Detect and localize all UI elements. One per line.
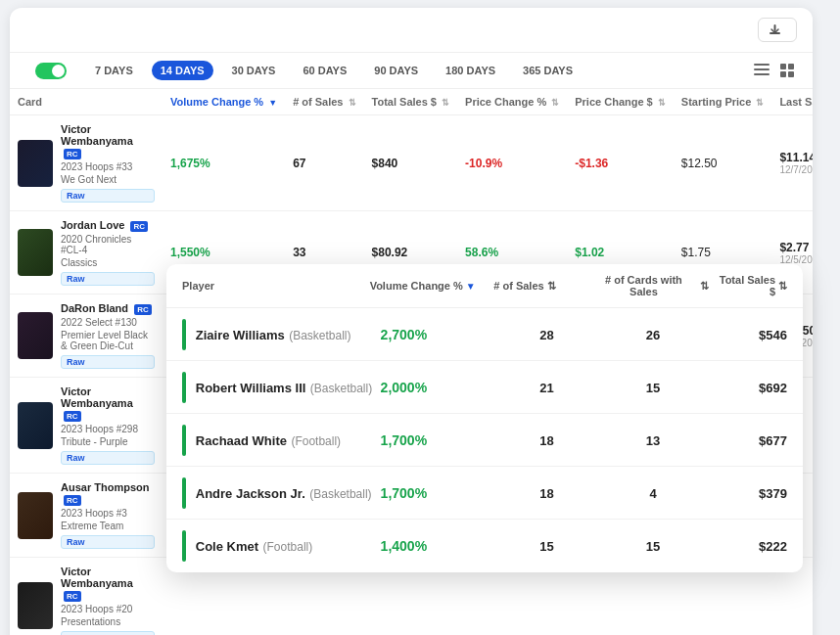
overlay-player-name[interactable]: Rachaad White (Football): [196, 431, 381, 449]
col-total-sales[interactable]: Total Sales $ ⇅: [364, 89, 458, 115]
overlay-sort-cards: ⇅: [700, 280, 709, 293]
cell-card: Victor Wembanyama RC 2023 Hoops #20 Pres…: [10, 558, 163, 636]
player-overlay: Player Volume Change % ▼ # of Sales ⇅ # …: [166, 264, 803, 572]
toggle-switch[interactable]: [35, 63, 67, 79]
col-vol-change[interactable]: Volume Change % ▼: [163, 89, 285, 115]
overlay-player-name[interactable]: Robert Williams III (Basketball): [196, 379, 381, 396]
overlay-cards-sales: 4: [593, 484, 714, 502]
table-row: Victor Wembanyama RC 2023 Hoops #33 We G…: [10, 115, 813, 211]
raw-badge: Raw: [61, 631, 155, 635]
grid-view-icon[interactable]: [777, 61, 797, 80]
raw-badge: Raw: [61, 272, 155, 286]
rc-badge: RC: [64, 411, 81, 422]
overlay-col-total[interactable]: Total Sales $ ⇅: [715, 274, 787, 297]
card-thumbnail: [18, 229, 53, 276]
overlay-vol-change: 1,400%: [381, 537, 501, 555]
price-pct-value: 58.6%: [465, 246, 498, 259]
raw-badge: Raw: [61, 535, 155, 549]
raw-badge: Raw: [61, 355, 155, 369]
col-price-dollar[interactable]: Price Change $ ⇅: [567, 89, 674, 115]
header: [10, 8, 813, 53]
overlay-vol-change: 1,700%: [381, 431, 501, 449]
overlay-sales: 18: [500, 484, 592, 502]
col-sales[interactable]: # of Sales ⇅: [285, 89, 363, 115]
svg-rect-2: [754, 64, 770, 66]
raw-badge: Raw: [61, 189, 155, 203]
svg-rect-4: [754, 73, 770, 75]
view-icons: [752, 61, 797, 80]
card-player-name: Victor Wembanyama RC: [61, 123, 155, 159]
green-bar: [182, 477, 186, 509]
overlay-row: Cole Kmet (Football) 1,400% 15 15 $222: [166, 520, 803, 572]
overlay-row: Andre Jackson Jr. (Basketball) 1,700% 18…: [166, 467, 803, 520]
vol-change-value: 1,675%: [170, 157, 210, 170]
overlay-sales: 28: [500, 326, 592, 343]
overlay-player-name[interactable]: Andre Jackson Jr. (Basketball): [196, 484, 381, 502]
last-sale-value: $2.77: [779, 241, 813, 254]
price-dollar-value: $1.02: [575, 246, 604, 259]
download-button[interactable]: [758, 18, 797, 42]
overlay-sales: 18: [500, 431, 592, 449]
day-60[interactable]: 60 DAYS: [294, 61, 355, 80]
day-365[interactable]: 365 DAYS: [514, 61, 582, 80]
vol-change-value: 1,550%: [170, 246, 210, 259]
cell-price-dollar: -$1.36: [567, 115, 674, 211]
card-thumbnail: [18, 312, 53, 359]
overlay-total-sales: $222: [713, 537, 787, 555]
cell-card: Victor Wembanyama RC 2023 Hoops #33 We G…: [10, 115, 163, 211]
green-bar: [182, 530, 186, 562]
overlay-col-cards-sales[interactable]: # of Cards with Sales ⇅: [590, 274, 709, 297]
list-view-icon[interactable]: [752, 61, 771, 80]
download-icon: [769, 23, 781, 36]
last-sale-date: 12/7/2023: [779, 164, 813, 175]
svg-rect-7: [780, 71, 786, 77]
cell-card: Jordan Love RC 2020 Chronicles #CL-4 Cla…: [10, 211, 163, 295]
day-90[interactable]: 90 DAYS: [365, 61, 427, 80]
card-thumbnail: [18, 140, 53, 187]
green-bar: [182, 319, 186, 350]
col-starting[interactable]: Starting Price ⇅: [674, 89, 772, 115]
overlay-vol-change: 2,700%: [381, 326, 501, 343]
sort-price-pct-icon: ⇅: [551, 98, 559, 108]
card-thumbnail: [18, 582, 53, 629]
overlay-sales: 21: [500, 379, 592, 396]
overlay-vol-change: 2,000%: [381, 379, 501, 396]
overlay-cards-sales: 26: [593, 326, 714, 343]
svg-rect-6: [788, 64, 794, 69]
col-price-pct[interactable]: Price Change % ⇅: [457, 89, 567, 115]
card-player-name: DaRon Bland RC: [61, 302, 155, 315]
day-14[interactable]: 14 DAYS: [152, 61, 213, 80]
sort-total-icon: ⇅: [442, 98, 449, 108]
overlay-col-player: Player: [182, 280, 364, 292]
overlay-cards-sales: 15: [593, 379, 714, 396]
overlay-col-sales[interactable]: # of Sales ⇅: [493, 280, 584, 293]
day-30[interactable]: 30 DAYS: [223, 61, 285, 80]
overlay-row: Robert Williams III (Basketball) 2,000% …: [166, 361, 803, 414]
col-last-sale[interactable]: Last Sale ⇅: [771, 89, 813, 115]
card-set: 2020 Chronicles #CL-4: [61, 234, 155, 255]
card-subset: Tribute - Purple: [61, 436, 155, 447]
raw-badge: Raw: [61, 451, 155, 465]
overlay-cards-sales: 13: [593, 431, 714, 449]
green-bar: [182, 372, 186, 403]
card-set: 2022 Select #130: [61, 317, 155, 328]
sort-starting-icon: ⇅: [756, 98, 764, 108]
day-7[interactable]: 7 DAYS: [86, 61, 142, 80]
card-set: 2023 Hoops #20: [61, 604, 155, 614]
card-player-name: Jordan Love RC: [61, 219, 155, 232]
day-180[interactable]: 180 DAYS: [437, 61, 504, 80]
overlay-total-sales: $379: [713, 484, 787, 502]
rc-badge: RC: [134, 304, 152, 315]
cell-vol-change: 1,675%: [163, 115, 285, 211]
rc-badge: RC: [64, 149, 81, 159]
overlay-col-vol[interactable]: Volume Change % ▼: [370, 280, 489, 292]
overlay-player-name[interactable]: Ziaire Williams (Basketball): [196, 326, 381, 343]
overlay-cards-sales: 15: [593, 537, 714, 555]
overlay-total-sales: $546: [713, 326, 787, 343]
cell-card: DaRon Bland RC 2022 Select #130 Premier …: [10, 295, 163, 378]
cell-last-sale: $11.14 12/7/2023: [771, 115, 813, 211]
svg-rect-1: [774, 24, 776, 31]
card-set: 2023 Hoops #3: [61, 508, 155, 519]
card-thumbnail: [18, 402, 53, 449]
overlay-player-name[interactable]: Cole Kmet (Football): [196, 537, 381, 555]
